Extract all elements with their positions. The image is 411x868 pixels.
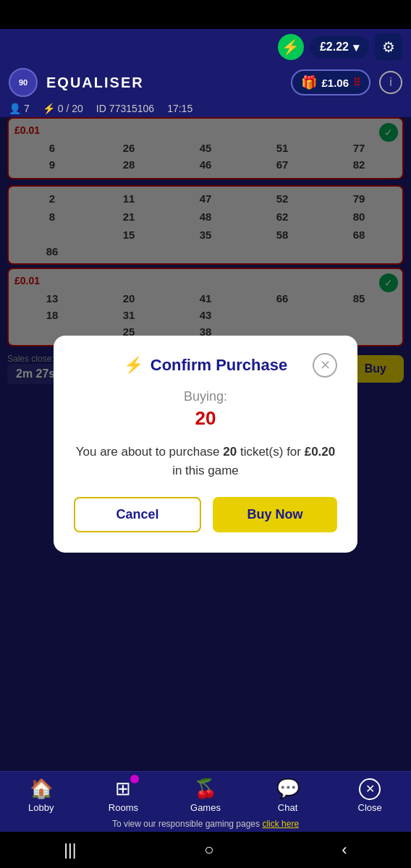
modal-lightning-icon: ⚡ (124, 356, 143, 375)
stats-row: 👤 7 ⚡ 0 / 20 ID 77315106 17:15 (0, 100, 411, 117)
confirm-purchase-modal: ⚡ Confirm Purchase ✕ Buying: 20 You are … (54, 336, 357, 553)
purchase-description: You are about to purchase 20 ticket(s) f… (74, 443, 337, 480)
settings-button[interactable]: ⚙ (375, 33, 402, 61)
responsible-gaming-link[interactable]: click here (262, 819, 299, 829)
balance-button[interactable]: £2.22 ▾ (310, 36, 369, 59)
grid-icon: ⠿ (353, 77, 360, 88)
players-stat: 👤 7 (9, 103, 30, 114)
game-badge: 90 (9, 68, 38, 97)
gear-icon: ⚙ (382, 38, 395, 56)
tickets-count: 20 (223, 445, 237, 459)
info-button[interactable]: i (379, 71, 402, 94)
players-icon: 👤 (9, 103, 21, 114)
cards-lightning-icon: ⚡ (43, 103, 55, 114)
rooms-badge (130, 775, 139, 783)
game-title: EQUALISER (46, 75, 144, 91)
modal-title: Confirm Purchase (151, 356, 288, 375)
nav-item-chat[interactable]: 💬 Chat (266, 778, 310, 813)
modal-buttons: Cancel Buy Now (74, 497, 337, 532)
system-recent-icon: ‹ (342, 841, 347, 859)
nav-rooms-label: Rooms (109, 802, 138, 813)
modal-header: ⚡ Confirm Purchase ✕ (74, 356, 337, 375)
nav-lobby-label: Lobby (28, 802, 54, 813)
cancel-button[interactable]: Cancel (74, 497, 201, 532)
gift-icon: 🎁 (301, 75, 317, 90)
buying-count: 20 (74, 407, 337, 430)
nav-chat-label: Chat (278, 802, 297, 813)
balance-amount: £2.22 (320, 41, 349, 54)
nav-item-games[interactable]: 🍒 Games (184, 778, 227, 813)
top-status-bar (0, 0, 411, 29)
purchase-price: £0.20 (305, 445, 336, 459)
id-value: 77315106 (109, 103, 154, 114)
game-id: ID 77315106 (96, 103, 154, 114)
home-icon: 🏠 (30, 778, 53, 800)
info-icon: i (389, 76, 392, 89)
close-nav-icon: ✕ (359, 778, 381, 800)
close-icon: ✕ (320, 357, 331, 373)
buying-label: Buying: (74, 389, 337, 404)
modal-close-button[interactable]: ✕ (313, 353, 337, 378)
responsible-gaming-bar: To view our responsible gaming pages cli… (0, 816, 411, 832)
cards-count: 0 / 20 (58, 103, 83, 114)
nav-close-label: Close (358, 802, 382, 813)
responsible-gaming-text: To view our responsible gaming pages (112, 819, 262, 829)
chat-icon: 💬 (276, 778, 300, 800)
bonus-button[interactable]: 🎁 £1.06 ⠿ (291, 69, 370, 95)
players-count: 7 (24, 103, 30, 114)
nav-item-lobby[interactable]: 🏠 Lobby (20, 778, 63, 813)
nav-item-close[interactable]: ✕ Close (348, 778, 391, 813)
system-back-icon: ||| (64, 841, 76, 859)
rooms-icon: ⊞ (115, 778, 131, 800)
system-home-icon: ○ (204, 841, 213, 859)
buy-now-button[interactable]: Buy Now (213, 497, 337, 532)
game-time: 17:15 (167, 103, 192, 114)
main-content: £0.01 ✓ 6 26 45 51 77 9 28 46 67 82 (0, 117, 411, 771)
lightning-icon: ⚡ (281, 38, 300, 56)
cards-stat: ⚡ 0 / 20 (43, 103, 83, 114)
games-icon: 🍒 (194, 778, 217, 800)
arrow-down-icon: ▾ (353, 41, 359, 54)
nav-item-rooms[interactable]: ⊞ Rooms (101, 778, 145, 813)
nav-games-label: Games (190, 802, 221, 813)
bonus-amount: £1.06 (321, 77, 349, 89)
bottom-nav: 🏠 Lobby ⊞ Rooms 🍒 Games 💬 Chat ✕ Close (0, 771, 411, 816)
header: ⚡ £2.22 ▾ ⚙ (0, 29, 411, 65)
lightning-circle: ⚡ (278, 34, 304, 60)
bottom-system-bar: ||| ○ ‹ (0, 832, 411, 868)
game-title-row: 90 EQUALISER 🎁 £1.06 ⠿ i (0, 65, 411, 100)
